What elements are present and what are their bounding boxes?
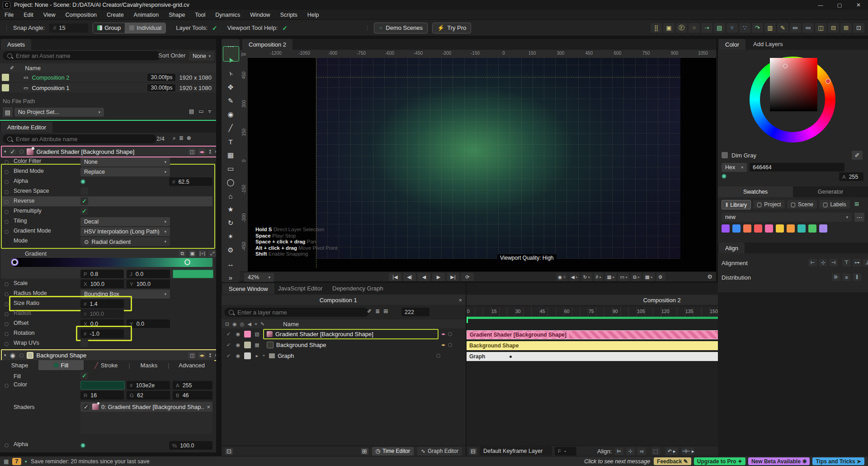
- asset-search-input[interactable]: Enter an Asset name: [3, 51, 161, 60]
- tool-icon[interactable]: ➤: [223, 54, 238, 66]
- project-dropdown[interactable]: No Project Set...▾: [14, 108, 104, 117]
- reverse-checkbox[interactable]: ✓: [80, 197, 88, 205]
- tab-advanced[interactable]: Advanced: [169, 362, 214, 369]
- toolbar-utility-icon[interactable]: ⊡: [853, 23, 864, 33]
- viewport-canvas[interactable]: Hold S Direct Layer Selection Space Play…: [248, 58, 716, 271]
- asset-color-swatch[interactable]: [2, 74, 9, 81]
- state-circle-icon[interactable]: [448, 343, 452, 347]
- close-button[interactable]: ✕: [849, 0, 868, 10]
- menu-item[interactable]: Dynamics: [215, 12, 240, 18]
- layer-color-swatch[interactable]: [244, 342, 251, 348]
- graph-editor-button[interactable]: ∿Graph Editor: [417, 447, 462, 456]
- enabled-check-icon[interactable]: ✓: [9, 148, 16, 155]
- playback-button[interactable]: ◀: [418, 273, 430, 281]
- tab-stroke[interactable]: ╱ Stroke: [84, 362, 129, 369]
- tool-icon[interactable]: ↔: [227, 257, 234, 271]
- toolbar-utility-icon[interactable]: ≔: [790, 23, 801, 33]
- zoom-level-dropdown[interactable]: 42%▾: [244, 273, 274, 282]
- editor-mode-icon[interactable]: ⊞: [361, 448, 368, 455]
- keyframe-layer-icon[interactable]: ⊟: [469, 448, 477, 455]
- composition-render[interactable]: [316, 58, 680, 259]
- tool-icon[interactable]: ↻: [228, 216, 234, 230]
- tool-icon[interactable]: ⋯: [227, 40, 234, 53]
- playback-button[interactable]: ▶|: [447, 273, 459, 281]
- sort-order-dropdown[interactable]: None▾: [189, 52, 214, 61]
- color-swatch[interactable]: [743, 224, 751, 233]
- gradient-stops-icon[interactable]: |∘|: [198, 250, 206, 257]
- columns-icon[interactable]: ⊞: [383, 308, 388, 314]
- tiling-dropdown[interactable]: Decal▾: [80, 217, 170, 226]
- layer-color-swatch[interactable]: [244, 331, 251, 338]
- tool-icon[interactable]: ⚙: [227, 243, 233, 257]
- filter-icon[interactable]: ≣: [375, 308, 380, 314]
- align-keys-right-icon[interactable]: ⫤: [637, 447, 646, 455]
- tool-icon[interactable]: ◯: [227, 176, 235, 189]
- pin-icon[interactable]: ↥: [208, 149, 212, 155]
- layer-name[interactable]: Graph: [278, 352, 294, 359]
- viewport-option-icon[interactable]: ◉0: [556, 273, 567, 281]
- shape-alpha-field[interactable]: %100.0: [169, 441, 212, 450]
- menu-item[interactable]: Tool: [195, 12, 205, 18]
- layer-name[interactable]: Background Shape: [276, 342, 326, 348]
- status-action-button[interactable]: Feedback ✎: [654, 457, 691, 465]
- visibility-eye-icon[interactable]: ◉: [235, 342, 241, 348]
- gradient-strip[interactable]: [14, 258, 212, 267]
- toolbar-utility-icon[interactable]: Ⓕ: [676, 23, 687, 33]
- scene-composition-tab[interactable]: Composition 1 ×: [222, 295, 466, 305]
- viewport-help-check-icon[interactable]: ✓: [282, 24, 288, 32]
- premultiply-checkbox[interactable]: ✓: [80, 207, 88, 215]
- project-icon[interactable]: ▤: [3, 107, 13, 117]
- tool-icon[interactable]: T: [228, 135, 232, 148]
- layer-name-box[interactable]: Gradient Shader [Background Shape]: [263, 329, 439, 339]
- minimize-button[interactable]: —: [811, 0, 830, 10]
- asset-row[interactable]: ▭ Composition 1 30.00fps 1920 x 1080: [0, 83, 216, 93]
- hex-mode-dropdown[interactable]: Hex▾: [722, 163, 747, 172]
- swatch-grid-icon[interactable]: ⊞: [854, 201, 859, 207]
- alpha-value-field[interactable]: #62.5: [169, 177, 212, 186]
- tool-icon[interactable]: ➣: [223, 68, 238, 80]
- expand-arrow-icon[interactable]: ▸: [254, 353, 260, 359]
- viewport-option-icon[interactable]: ⚙: [656, 273, 665, 281]
- layer-name[interactable]: Gradient Shader [Background Shape]: [275, 331, 373, 338]
- shader-nav-icon[interactable]: ◂▸: [441, 342, 445, 347]
- trash-icon[interactable]: ▿: [208, 108, 211, 114]
- collapse-chevron-icon[interactable]: ▾: [4, 353, 6, 357]
- next-message-link[interactable]: Click to see next message: [584, 458, 650, 465]
- toolbar-utility-icon[interactable]: ⑂: [726, 23, 738, 33]
- toolbar-utility-icon[interactable]: ∵: [739, 23, 750, 33]
- color-swatch[interactable]: [765, 224, 773, 233]
- toolbar-utility-icon[interactable]: ▥: [764, 23, 776, 33]
- visibility-eye-icon[interactable]: ◉: [235, 353, 241, 359]
- distribute-spacing-icon[interactable]: ⫼: [853, 273, 861, 281]
- tool-icon[interactable]: ▭: [227, 162, 234, 176]
- toolbar-utility-icon[interactable]: ⣿: [651, 23, 662, 33]
- toolbar-utility-icon[interactable]: ⊟: [828, 23, 839, 33]
- toolbar-utility-icon[interactable]: ⁘: [689, 23, 700, 33]
- shader-title[interactable]: Gradient Shader [Background Shape]: [37, 148, 185, 155]
- picker-icon[interactable]: ✐: [367, 308, 372, 314]
- toolbar-utility-icon[interactable]: ⇢: [701, 23, 712, 33]
- wrap-uvs-checkbox[interactable]: [80, 339, 88, 347]
- layout-icon[interactable]: ◫: [188, 148, 196, 155]
- message-count-badge[interactable]: 7: [12, 458, 21, 465]
- tool-icon[interactable]: ⌂: [228, 189, 232, 203]
- viewport-option-icon[interactable]: ▭▸: [618, 273, 629, 281]
- enabled-check-icon[interactable]: ✓: [83, 404, 90, 410]
- menu-item[interactable]: File: [5, 12, 14, 18]
- fill-g-field[interactable]: G62: [127, 391, 170, 399]
- viewport-option-icon[interactable]: #▸: [594, 273, 604, 281]
- distribute-horizontal-icon[interactable]: ⊪: [832, 273, 840, 281]
- marquee-icon[interactable]: ⬚: [651, 447, 660, 455]
- tool-icon[interactable]: ◉: [227, 108, 233, 121]
- fill-hex-field[interactable]: #103e2e: [127, 381, 170, 390]
- toolbar-utility-icon[interactable]: ≕: [802, 23, 814, 33]
- eyedropper-button[interactable]: ✐: [852, 151, 863, 160]
- gradient-mode-dropdown[interactable]: HSV Interpolation (Long Path)▾: [80, 227, 170, 236]
- toolbar-utility-icon[interactable]: ↷: [752, 23, 763, 33]
- shape-title[interactable]: Background Shape: [37, 352, 185, 359]
- tab-shape[interactable]: Shape: [1, 362, 38, 369]
- layer-row[interactable]: ✓ ◉ ▸ • Graph: [222, 350, 466, 361]
- align-top-icon[interactable]: ⊤: [842, 259, 851, 266]
- pin-icon[interactable]: ↥: [208, 352, 212, 358]
- group-button[interactable]: Group: [93, 23, 125, 33]
